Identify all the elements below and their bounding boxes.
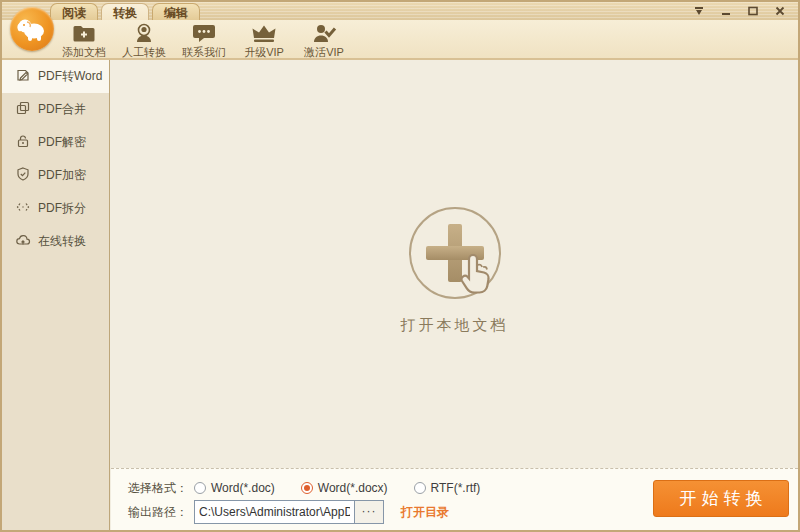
sidebar-item-online-convert[interactable]: 在线转换	[2, 225, 109, 258]
tab-edit[interactable]: 编辑	[152, 3, 200, 20]
radio-circle-icon	[301, 482, 313, 494]
start-convert-button[interactable]: 开始转换	[653, 480, 789, 517]
titlebar[interactable]: 阅读 转换 编辑	[2, 2, 798, 20]
add-document-button[interactable]: 添加文档	[54, 20, 114, 60]
tab-convert[interactable]: 转换	[101, 3, 149, 20]
radio-word-docx[interactable]: Word(*.docx)	[301, 481, 388, 495]
pdf-to-word-icon	[15, 67, 31, 86]
footer-panel: 选择格式： Word(*.doc) Word(*.docx) RTF(*.rtf…	[111, 468, 798, 530]
output-path-input[interactable]	[194, 500, 354, 524]
ribbon-tabs: 阅读 转换 编辑	[50, 3, 200, 20]
output-path-label: 输出路径：	[128, 504, 194, 521]
toolbar: 添加文档 人工转换	[2, 20, 798, 60]
upgrade-vip-icon	[251, 22, 277, 44]
add-document-icon	[71, 22, 97, 44]
sidebar-item-pdf-encrypt[interactable]: PDF加密	[2, 159, 109, 192]
sidebar-item-pdf-split[interactable]: PDF拆分	[2, 192, 109, 225]
sidebar-item-label: PDF合并	[38, 101, 86, 118]
format-label: 选择格式：	[128, 480, 194, 497]
sidebar-item-label: PDF加密	[38, 167, 86, 184]
path-box: ···	[194, 500, 384, 524]
pdf-encrypt-icon	[15, 166, 31, 185]
main-area: 打开本地文档	[111, 60, 798, 468]
open-local-document-button[interactable]: 打开本地文档	[355, 207, 555, 335]
sidebar: PDF转Word PDF合并 PDF解密	[2, 60, 110, 530]
radio-word-doc[interactable]: Word(*.doc)	[194, 481, 275, 495]
format-radio-group: Word(*.doc) Word(*.docx) RTF(*.rtf)	[194, 481, 506, 495]
manual-convert-icon	[132, 22, 156, 44]
radio-rtf[interactable]: RTF(*.rtf)	[414, 481, 481, 495]
open-local-document-label: 打开本地文档	[401, 316, 509, 335]
tool-label: 添加文档	[62, 45, 106, 60]
radio-label: Word(*.docx)	[318, 481, 388, 495]
hand-pointer-icon	[453, 251, 495, 301]
window-controls	[689, 3, 790, 18]
header: 阅读 转换 编辑	[2, 2, 798, 60]
maximize-icon[interactable]	[743, 3, 763, 18]
sidebar-item-label: PDF转Word	[38, 68, 102, 85]
tool-label: 联系我们	[182, 45, 226, 60]
pdf-decrypt-icon	[15, 133, 31, 152]
tool-label: 人工转换	[122, 45, 166, 60]
activate-vip-button[interactable]: 激活VIP	[294, 20, 354, 60]
browse-button[interactable]: ···	[354, 500, 384, 524]
sidebar-item-pdf-merge[interactable]: PDF合并	[2, 93, 109, 126]
close-icon[interactable]	[770, 3, 790, 18]
contact-us-button[interactable]: 联系我们	[174, 20, 234, 60]
upgrade-vip-button[interactable]: 升级VIP	[234, 20, 294, 60]
add-plus-circle-icon[interactable]	[409, 207, 501, 299]
radio-circle-icon	[414, 482, 426, 494]
manual-convert-button[interactable]: 人工转换	[114, 20, 174, 60]
sidebar-item-label: PDF拆分	[38, 200, 86, 217]
open-directory-link[interactable]: 打开目录	[401, 504, 449, 521]
pdf-merge-icon	[15, 100, 31, 119]
online-convert-icon	[15, 232, 31, 251]
tool-label: 升级VIP	[244, 45, 284, 60]
sidebar-item-pdf-decrypt[interactable]: PDF解密	[2, 126, 109, 159]
sidebar-item-label: 在线转换	[38, 233, 86, 250]
tool-label: 激活VIP	[304, 45, 344, 60]
contact-us-icon	[191, 22, 217, 44]
radio-label: Word(*.doc)	[211, 481, 275, 495]
app-logo-elephant-icon[interactable]	[10, 7, 54, 51]
activate-vip-icon	[311, 22, 337, 44]
app-window: 阅读 转换 编辑	[0, 0, 800, 532]
radio-circle-icon	[194, 482, 206, 494]
radio-label: RTF(*.rtf)	[431, 481, 481, 495]
pdf-split-icon	[15, 199, 31, 218]
skin-menu-icon[interactable]	[689, 3, 709, 18]
tab-read[interactable]: 阅读	[50, 3, 98, 20]
minimize-icon[interactable]	[716, 3, 736, 18]
sidebar-item-label: PDF解密	[38, 134, 86, 151]
sidebar-item-pdf-to-word[interactable]: PDF转Word	[2, 60, 109, 93]
